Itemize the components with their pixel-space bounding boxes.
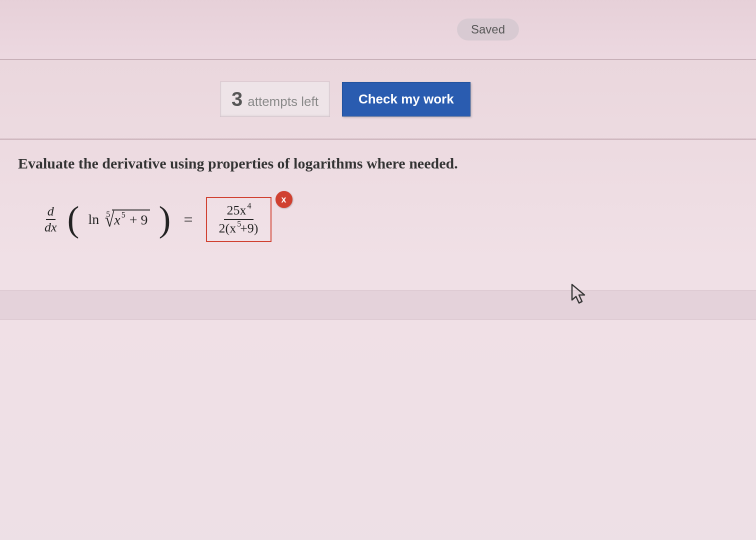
denominator-tail: +9) [240, 221, 258, 236]
answer-input-box[interactable]: 25x 4 2(x 5 +9) x [206, 197, 272, 242]
denominator-lead: 2(x [219, 221, 236, 236]
left-paren: ( [68, 205, 80, 234]
right-paren: ) [159, 205, 171, 234]
ln-root-expression: ln 5 √ x 5 + 9 [88, 208, 150, 232]
saved-status-badge: Saved [457, 18, 519, 40]
derivative-operator: d dx [43, 205, 58, 234]
equation: d dx ( ln 5 √ x 5 + 9 ) = 25x 4 [18, 197, 738, 242]
answer-fraction: 25x 4 2(x 5 +9) [216, 202, 262, 237]
answer-denominator: 2(x 5 +9) [216, 220, 262, 237]
attempts-count: 3 [232, 88, 242, 110]
equals-sign: = [184, 210, 192, 229]
fifth-root: 5 √ x 5 + 9 [101, 208, 150, 232]
plus-nine: + 9 [130, 212, 148, 228]
section-divider [0, 290, 756, 320]
radicand-base: x [114, 212, 120, 228]
check-my-work-button[interactable]: Check my work [342, 82, 470, 116]
toolbar: 3 attempts left Check my work [0, 60, 756, 140]
radical-icon: √ [105, 208, 114, 232]
radicand: x 5 + 9 [112, 210, 150, 230]
radicand-exponent: 5 [122, 210, 126, 220]
numerator-exponent: 4 [248, 202, 252, 210]
denominator-exponent: 5 [237, 220, 241, 228]
numerator-coefficient: 25x [227, 203, 246, 218]
attempts-remaining: 3 attempts left [220, 82, 330, 117]
question-prompt: Evaluate the derivative using properties… [18, 155, 738, 172]
incorrect-icon: x [276, 191, 292, 208]
header-bar: Saved [0, 0, 756, 60]
dx-denominator: dx [43, 220, 58, 234]
ln-label: ln [88, 212, 100, 228]
question-panel: Evaluate the derivative using properties… [0, 140, 756, 257]
d-numerator: d [46, 205, 56, 220]
answer-numerator: 25x 4 [224, 202, 254, 220]
attempts-label: attempts left [248, 94, 318, 110]
